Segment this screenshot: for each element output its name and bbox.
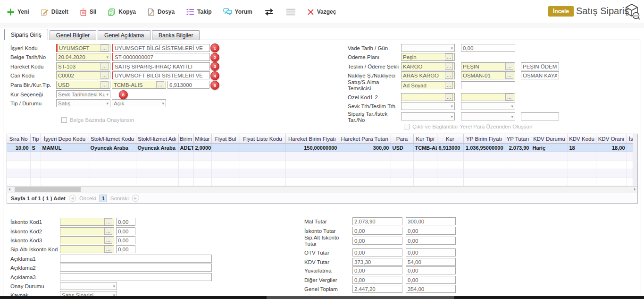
kur-secenegi-select[interactable]: Sevk Tarihindeki Ku▾ — [56, 90, 110, 98]
toolbar-button-kopya[interactable]: Kopya — [108, 8, 136, 16]
lookup-button[interactable]: … — [445, 94, 453, 101]
otv-tutar-input[interactable]: 0,00 — [406, 248, 456, 256]
column-header[interactable]: Kur Tipi — [413, 134, 437, 144]
lookup-button[interactable]: … — [445, 63, 453, 70]
column-header[interactable]: Para — [391, 134, 413, 144]
lookup-button[interactable]: … — [104, 246, 112, 253]
ozel-kod2-input[interactable]: … — [461, 93, 515, 101]
odeme-sekli-input[interactable]: PEŞİN… — [461, 62, 515, 70]
pager-prev-label[interactable]: Önceki — [79, 196, 96, 201]
iskonto-kod2-input[interactable]: … — [60, 227, 114, 235]
column-header[interactable]: Stok/Hizmet Adı — [136, 134, 178, 144]
toolbar-button-duzelt[interactable]: Düzelt — [41, 8, 68, 16]
column-header[interactable]: KDV Oranı — [596, 134, 627, 144]
yuvarlatma-yp-input[interactable]: 0,00 — [352, 266, 402, 274]
siparis-tarihi-select[interactable]: ▾ — [401, 112, 455, 120]
grid-row-empty[interactable] — [7, 161, 637, 169]
grid-row-empty[interactable] — [7, 178, 637, 186]
iskonto-kod1-input[interactable]: … — [60, 218, 114, 226]
column-header[interactable]: Sıra No — [7, 134, 30, 144]
tab-genel-bilgiler[interactable]: Genel Bilgiler — [50, 30, 96, 40]
aciklama3-input[interactable] — [60, 273, 212, 281]
iskonto-oran1-input[interactable]: 0,00 — [116, 218, 135, 226]
toolbar-button-vazgec[interactable]: Vazgeç — [307, 9, 336, 16]
hareket-kodu-input[interactable]: ST-103… — [56, 62, 110, 70]
column-header[interactable]: Kur — [437, 134, 463, 144]
sip-alt-iskonto-tutar-yp-input[interactable]: 0,00 — [352, 237, 402, 245]
lookup-button[interactable]: … — [505, 94, 513, 101]
tab-genel-aciklama[interactable]: Genel Açıklama — [98, 30, 151, 40]
kdv-tutar-yp-input[interactable]: 373,30 — [352, 258, 402, 266]
page-scrollbar-thumb[interactable] — [267, 296, 454, 299]
genel-toplam-yp-input[interactable]: 2.447,20 — [352, 285, 402, 293]
grid-row-empty[interactable] — [7, 169, 637, 178]
yuvarlatma-input[interactable]: 0,00 — [406, 266, 456, 274]
tab-banka-bilgiler[interactable]: Banka Bilgiler — [152, 30, 200, 40]
iskonto-kod3-input[interactable]: … — [60, 236, 114, 244]
mal-tutar-yp-input[interactable]: 2.073,90 — [352, 217, 402, 225]
cikti-yerel-para-checkbox[interactable] — [404, 124, 410, 129]
tab-siparis-giris[interactable]: Sipariş Giriş — [4, 29, 48, 40]
lookup-button[interactable]: … — [100, 81, 109, 88]
column-header[interactable]: Stok/Hizmet Kodu — [89, 134, 136, 144]
toolbar-button-takip[interactable]: Takip — [186, 8, 211, 16]
pager-current-page[interactable]: 1 — [100, 195, 107, 202]
column-header[interactable]: YP Tutarı — [505, 134, 531, 144]
column-header[interactable]: KDV Kodu — [568, 134, 596, 144]
cube-report-icon[interactable] — [623, 2, 641, 22]
iskonto-tutar-input[interactable]: 0,00 — [406, 227, 456, 235]
lookup-button[interactable]: … — [100, 72, 109, 79]
toolbar-button-sil[interactable]: Sil — [80, 8, 97, 16]
lookup-button[interactable]: … — [445, 53, 453, 60]
mal-tutar-input[interactable]: 300,00 — [406, 217, 456, 225]
iskonto-oran2-input[interactable]: 0,00 — [116, 227, 135, 235]
column-header[interactable]: İşyeri Depo Kodu — [41, 134, 89, 144]
toolbar-button-aktarim[interactable] — [264, 8, 275, 16]
temsilci-adi-input[interactable] — [461, 81, 515, 89]
temsilci-input[interactable]: Ad Soyad… — [401, 81, 455, 89]
istek-tarihi-select[interactable]: ▾ — [461, 112, 515, 120]
kur-degeri-input[interactable]: 6,913000 — [167, 81, 209, 89]
odeme-sekli-adi-input[interactable]: PEŞİN ÖDEME — [521, 62, 559, 70]
sip-alti-iskonto-input[interactable]: … — [60, 245, 114, 253]
page-scrollbar[interactable] — [0, 296, 644, 299]
aciklama1-input[interactable] — [60, 255, 212, 263]
diger-vergiler-input[interactable]: 0,00 — [406, 276, 456, 284]
tip-select[interactable]: Satış▾ — [56, 99, 110, 107]
isyeri-adi-input[interactable]: UYUMSOFT BİLGİ SİSTEMLERİ VE — [112, 44, 210, 52]
column-header[interactable]: KDV Durumu — [531, 134, 568, 144]
diger-vergiler-yp-input[interactable]: 0,00 — [352, 276, 402, 284]
vade-gun-input[interactable]: 0,00 — [461, 44, 515, 52]
grid-row-empty[interactable] — [7, 152, 637, 161]
column-header[interactable]: Fiyat Bul — [211, 134, 240, 144]
horizontal-scrollbar-thumb[interactable] — [15, 187, 81, 192]
sip-alt-iskonto-tutar-input[interactable]: 0,00 — [406, 237, 456, 245]
lookup-button[interactable]: … — [104, 228, 112, 235]
column-header[interactable]: Miktar — [193, 134, 211, 144]
lookup-button[interactable]: … — [445, 72, 453, 79]
kur-tipi-input[interactable]: TCMB-ALIS… — [112, 81, 166, 89]
lookup-button[interactable]: … — [104, 237, 112, 244]
column-header[interactable]: YP Birim Fiyatı — [463, 134, 505, 144]
scroll-left-icon[interactable]: ‹ — [9, 186, 11, 192]
nakliye-sirketi-input[interactable]: ARAS KARGO… — [401, 71, 455, 79]
nakliyeci-kodu-input[interactable]: OSMAN-01… — [461, 71, 515, 79]
lookup-button[interactable]: … — [100, 44, 109, 51]
iskonto-tutar-yp-input[interactable]: 0,00 — [352, 227, 402, 235]
sip-alti-iskonto-oran-input[interactable]: 0,00 — [116, 245, 135, 253]
durum-select[interactable]: Açık▾ — [112, 99, 166, 107]
isyeri-kodu-input[interactable]: UYUMSOFT… — [56, 44, 110, 52]
teslim-sekli-input[interactable]: KARGO… — [401, 62, 455, 70]
column-header[interactable]: Hareket Birim Fiyatı — [285, 134, 339, 144]
istek-no-input[interactable] — [521, 112, 559, 120]
belge-no-input[interactable]: ST-0000000007 — [112, 53, 210, 61]
column-header[interactable]: Hareket Para Tutarı — [339, 134, 391, 144]
lookup-button[interactable]: … — [104, 218, 112, 225]
belge-tarih-input[interactable]: 20.04.2020▾ — [56, 53, 110, 61]
lookup-button[interactable]: … — [156, 81, 164, 88]
lookup-button[interactable]: … — [505, 72, 513, 79]
lookup-button[interactable]: … — [505, 63, 513, 70]
horizontal-scrollbar[interactable]: ‹ › — [7, 186, 637, 193]
odeme-plani-input[interactable]: Peşin… — [401, 53, 455, 61]
aciklama2-input[interactable] — [60, 264, 212, 272]
